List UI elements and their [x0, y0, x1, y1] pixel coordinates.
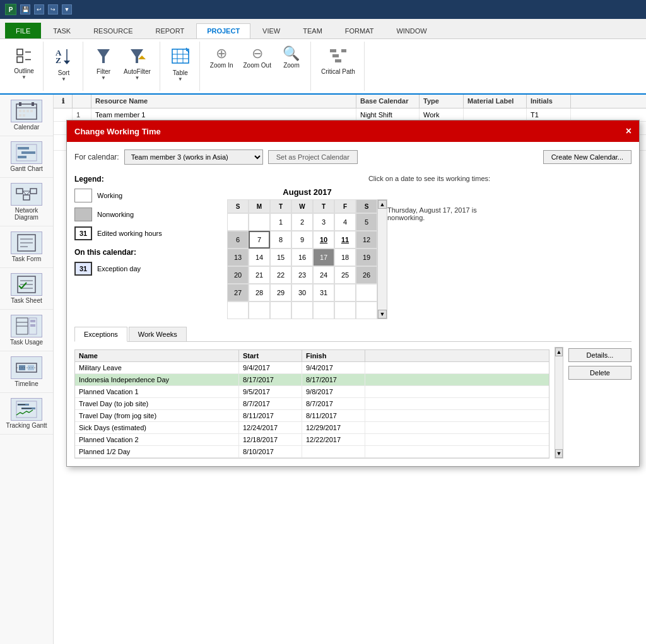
- cal-day-4[interactable]: 4: [334, 213, 356, 231]
- exc-row-1[interactable]: Military Leave 9/4/2017 9/4/2017: [75, 362, 549, 374]
- save-titlebar-btn[interactable]: 💾: [20, 4, 30, 15]
- cal-day-10[interactable]: 10: [313, 231, 334, 249]
- sidebar-item-gantt[interactable]: Gantt Chart: [0, 136, 53, 178]
- cal-empty-3: [334, 284, 356, 302]
- cal-day-14[interactable]: 14: [249, 249, 270, 266]
- tab-file[interactable]: FILE: [5, 23, 41, 38]
- zoom-out-button[interactable]: ⊖ Zoom Out: [239, 45, 274, 70]
- cal-day-9[interactable]: 9: [291, 231, 313, 249]
- cal-day-17[interactable]: 17: [313, 249, 334, 266]
- tab-view[interactable]: VIEW: [252, 23, 291, 38]
- working-legend-box: [74, 189, 92, 202]
- cal-day-12[interactable]: 12: [356, 231, 377, 249]
- exc-row-8[interactable]: Planned 1/2 Day 8/10/2017: [75, 446, 549, 458]
- calendar-select[interactable]: Team member 3 (works in Asia): [124, 149, 263, 165]
- sort-button[interactable]: A Z Sort ▼: [50, 45, 78, 83]
- criticalpath-button[interactable]: Critical Path: [317, 45, 359, 76]
- create-new-calendar-button[interactable]: Create New Calendar...: [543, 150, 631, 164]
- tab-workweeks[interactable]: Work Weeks: [129, 327, 187, 341]
- table-group: Table ▼: [162, 42, 200, 91]
- tab-team[interactable]: TEAM: [292, 23, 333, 38]
- filter-dropdown-icon: ▼: [101, 75, 106, 81]
- cal-day-3[interactable]: 3: [313, 213, 334, 231]
- cal-day-1[interactable]: 1: [270, 213, 291, 231]
- modal-close-button[interactable]: ×: [626, 126, 631, 137]
- cal-day-23[interactable]: 23: [291, 266, 313, 284]
- cal-day-27[interactable]: 27: [227, 284, 249, 302]
- exc-row-4[interactable]: Travel Day (to job site) 8/7/2017 8/7/20…: [75, 398, 549, 410]
- cal-day-28[interactable]: 28: [249, 284, 270, 302]
- cal-day-6[interactable]: 6: [227, 231, 249, 249]
- cal-day-26[interactable]: 26: [356, 266, 377, 284]
- zoom-group: ⊕ Zoom In ⊖ Zoom Out 🔍 Zoom: [201, 42, 311, 91]
- calendar-scrollbar[interactable]: ▲ ▼: [377, 199, 387, 319]
- exc-row-3[interactable]: Planned Vacation 1 9/5/2017 9/8/2017: [75, 386, 549, 398]
- tab-task[interactable]: TASK: [42, 23, 81, 38]
- filter-button[interactable]: Filter ▼: [90, 45, 117, 82]
- exceptions-area: Name Start Finish Military Leave 9/4/201…: [74, 347, 631, 459]
- day-header-t2: T: [313, 199, 334, 213]
- exc-row-6[interactable]: Sick Days (estimated) 12/24/2017 12/29/2…: [75, 422, 549, 434]
- cal-day-8[interactable]: 8: [270, 231, 291, 249]
- cal-day-11[interactable]: 11: [334, 231, 356, 249]
- sidebar-item-network[interactable]: Network Diagram: [0, 178, 53, 226]
- undo-btn[interactable]: ↩: [34, 4, 44, 15]
- cal-day-20[interactable]: 20: [227, 266, 249, 284]
- svg-rect-32: [21, 151, 35, 154]
- cal-day-19[interactable]: 19: [356, 249, 377, 266]
- exceptions-scrollbar[interactable]: ▲ ▼: [555, 347, 563, 459]
- day-header-m: M: [249, 199, 270, 213]
- outline-button[interactable]: Outline ▼: [10, 45, 38, 81]
- sidebar-item-calendar[interactable]: Calendar: [0, 95, 53, 136]
- sidebar-item-taskform[interactable]: Task Form: [0, 226, 53, 268]
- exc-scroll-down[interactable]: ▼: [555, 449, 563, 458]
- exc-start-5: 8/11/2017: [239, 410, 302, 421]
- exc-start-6: 12/24/2017: [239, 422, 302, 433]
- cal-day-16[interactable]: 16: [291, 249, 313, 266]
- delete-button[interactable]: Delete: [568, 366, 631, 380]
- sidebar-item-taskusage[interactable]: Task Usage: [0, 310, 53, 351]
- zoom-out-label: Zoom Out: [243, 62, 271, 69]
- cal-day-22[interactable]: 22: [270, 266, 291, 284]
- tab-resource[interactable]: RESOURCE: [83, 23, 143, 38]
- exc-row-7[interactable]: Planned Vacation 2 12/18/2017 12/22/2017: [75, 434, 549, 446]
- cal-scroll-up[interactable]: ▲: [378, 200, 387, 209]
- cal-day-29[interactable]: 29: [270, 284, 291, 302]
- tab-report[interactable]: REPORT: [145, 23, 196, 38]
- working-legend-text: Working: [97, 192, 122, 199]
- cal-scroll-down[interactable]: ▼: [378, 310, 387, 319]
- exc-row-2[interactable]: Indonesia Independence Day 8/17/2017 8/1…: [75, 374, 549, 386]
- tab-format[interactable]: FORMAT: [334, 23, 385, 38]
- exc-scroll-up[interactable]: ▲: [555, 348, 563, 356]
- exc-row-5[interactable]: Travel Day (from jog site) 8/11/2017 8/1…: [75, 410, 549, 422]
- cal-day-24[interactable]: 24: [313, 266, 334, 284]
- network-icon: [11, 183, 42, 206]
- cal-day-21[interactable]: 21: [249, 266, 270, 284]
- redo-btn[interactable]: ↪: [48, 4, 58, 15]
- criticalpath-items: Critical Path: [317, 43, 359, 90]
- sidebar-item-trackingantt[interactable]: Tracking Gantt: [0, 393, 53, 435]
- cal-day-15[interactable]: 15: [270, 249, 291, 266]
- sidebar-item-tasksheet[interactable]: Task Sheet: [0, 268, 53, 310]
- details-button[interactable]: Details...: [568, 348, 631, 362]
- cal-day-30[interactable]: 30: [291, 284, 313, 302]
- tab-window[interactable]: WINDOW: [385, 23, 437, 38]
- autofilter-button[interactable]: AutoFilter ▼: [120, 45, 155, 82]
- customize-btn[interactable]: ▼: [62, 4, 72, 15]
- sidebar-item-timeline[interactable]: Timeline: [0, 351, 53, 393]
- cal-day-25[interactable]: 25: [334, 266, 356, 284]
- cal-day-31[interactable]: 31: [313, 284, 334, 302]
- zoom-icon: 🔍: [283, 47, 300, 61]
- tab-exceptions[interactable]: Exceptions: [74, 327, 127, 342]
- table-button[interactable]: Table ▼: [167, 45, 194, 83]
- set-project-calendar-button[interactable]: Set as Project Calendar: [268, 150, 358, 164]
- cal-day-5[interactable]: 5: [356, 213, 377, 231]
- cal-day-2[interactable]: 2: [291, 213, 313, 231]
- cal-day-18[interactable]: 18: [334, 249, 356, 266]
- cal-day-7[interactable]: 7: [249, 231, 270, 249]
- cal-day-13[interactable]: 13: [227, 249, 249, 266]
- zoom-in-button[interactable]: ⊕ Zoom In: [206, 45, 237, 70]
- tab-project[interactable]: PROJECT: [196, 23, 250, 38]
- exc-header-finish: Finish: [302, 350, 365, 361]
- zoom-button[interactable]: 🔍 Zoom: [278, 45, 305, 70]
